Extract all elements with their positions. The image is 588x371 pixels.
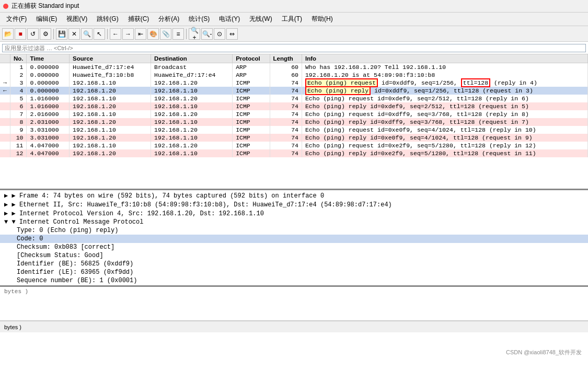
packet-table: No. Time Source Destination Protocol Len…	[0, 54, 588, 157]
table-row[interactable]: ←40.000000192.168.1.20192.168.1.10ICMP74…	[0, 87, 588, 95]
row-no: 2	[10, 71, 27, 79]
row-dst: 192.168.1.10	[151, 102, 233, 110]
row-time: 0.000000	[27, 63, 70, 72]
table-row[interactable]: 103.031000192.168.1.20192.168.1.10ICMP74…	[0, 134, 588, 142]
toolbar-back[interactable]: ←	[110, 28, 121, 40]
table-row[interactable]: 51.016000192.168.1.10192.168.1.20ICMP74E…	[0, 95, 588, 102]
detail-row[interactable]: [Checksum Status: Good]	[0, 251, 588, 260]
menu-item[interactable]: 分析(A)	[154, 14, 183, 25]
menu-item[interactable]: 帮助(H)	[307, 14, 337, 25]
row-no: 10	[10, 134, 27, 142]
row-proto: ARP	[233, 71, 270, 79]
menu-item[interactable]: 捕获(C)	[124, 14, 154, 25]
toolbar-restart[interactable]: ↺	[27, 28, 39, 40]
menu-item[interactable]: 无线(W)	[245, 14, 276, 25]
menu-item[interactable]: 编辑(E)	[32, 14, 61, 25]
table-row[interactable]: 10.000000HuaweiTe_d7:17:e4BroadcastARP60…	[0, 63, 588, 72]
row-len: 74	[270, 102, 302, 110]
detail-row[interactable]: Sequence number (BE): 1 (0x0001)	[0, 276, 588, 285]
menu-item[interactable]: 文件(F)	[2, 14, 31, 25]
toolbar-options[interactable]: ⚙	[40, 28, 51, 40]
row-info: Echo (ping) reply id=0xe2f9, seq=5/1280,…	[302, 149, 587, 157]
packet-list[interactable]: No. Time Source Destination Protocol Len…	[0, 54, 588, 190]
row-dst: 192.168.1.10	[151, 134, 233, 142]
table-row[interactable]: →30.000000192.168.1.10192.168.1.20ICMP74…	[0, 79, 588, 87]
menu-item[interactable]: 跳转(G)	[93, 14, 122, 25]
row-arrow	[0, 102, 10, 110]
toolbar-save[interactable]: 💾	[56, 28, 67, 40]
row-src: 192.168.1.20	[70, 87, 151, 95]
row-arrow	[0, 110, 10, 118]
toolbar-zoomout[interactable]: 🔍-	[201, 28, 213, 40]
row-arrow: ←	[0, 87, 10, 95]
toolbar-attach[interactable]: 📎	[160, 28, 171, 40]
row-arrow	[0, 118, 10, 126]
table-row[interactable]: 61.016000192.168.1.20192.168.1.10ICMP74E…	[0, 102, 588, 110]
row-no: 12	[10, 149, 27, 157]
table-row[interactable]: 82.031000192.168.1.20192.168.1.10ICMP74E…	[0, 118, 588, 126]
toolbar-zoomin[interactable]: 🔍+	[189, 28, 200, 40]
detail-row[interactable]: Type: 0 (Echo (ping) reply)	[0, 226, 588, 235]
detail-row[interactable]: ▶ Frame 4: 74 bytes on wire (592 bits), …	[0, 191, 588, 200]
detail-row[interactable]: Checksum: 0xb083 [correct]	[0, 243, 588, 251]
detail-row[interactable]: Identifier (BE): 56825 (0xddf9)	[0, 260, 588, 268]
table-row[interactable]: 72.016000192.168.1.10192.168.1.20ICMP74E…	[0, 110, 588, 118]
row-src: 192.168.1.10	[70, 126, 151, 134]
row-proto: ICMP	[233, 134, 270, 142]
table-row[interactable]: 93.031000192.168.1.10192.168.1.20ICMP74E…	[0, 126, 588, 134]
table-row[interactable]: 20.000000HuaweiTe_f3:10:b8HuaweiTe_d7:17…	[0, 71, 588, 79]
row-len: 74	[270, 142, 302, 149]
row-time: 2.031000	[27, 118, 70, 126]
row-dst: 192.168.1.20	[151, 79, 233, 87]
row-dst: 192.168.1.20	[151, 95, 233, 102]
row-info: Echo (ping) request id=0xe0f9, seq=4/102…	[302, 126, 587, 134]
hex-dump: bytes )	[0, 287, 588, 321]
row-proto: ICMP	[233, 149, 270, 157]
row-time: 0.000000	[27, 79, 70, 87]
row-time: 4.047000	[27, 149, 70, 157]
row-time: 4.047000	[27, 142, 70, 149]
detail-row[interactable]: ▶ Internet Protocol Version 4, Src: 192.…	[0, 209, 588, 218]
row-time: 0.000000	[27, 71, 70, 79]
menu-item[interactable]: 视图(V)	[62, 14, 91, 25]
table-row[interactable]: 124.047000192.168.1.20192.168.1.10ICMP74…	[0, 149, 588, 157]
col-source: Source	[70, 54, 151, 63]
row-len: 74	[270, 87, 302, 95]
row-time: 1.016000	[27, 102, 70, 110]
detail-row[interactable]: ▼ Internet Control Message Protocol	[0, 218, 588, 226]
row-len: 74	[270, 149, 302, 157]
row-src: 192.168.1.10	[70, 95, 151, 102]
menu-item[interactable]: 统计(S)	[185, 14, 214, 25]
toolbar-zoomreset[interactable]: ⊙	[214, 28, 225, 40]
toolbar-open[interactable]: 📂	[2, 28, 14, 40]
toolbar-find[interactable]: 🔍	[81, 28, 93, 40]
detail-row[interactable]: Identifier (LE): 63965 (0xf9dd)	[0, 268, 588, 276]
row-info: Echo (ping) request id=0xdef9, seq=2/512…	[302, 95, 587, 102]
toolbar-fwd[interactable]: →	[122, 28, 134, 40]
toolbar-close[interactable]: ✕	[68, 28, 80, 40]
toolbar-stop[interactable]: ■	[15, 28, 26, 40]
row-info: Echo (ping) reply id=0xdef9, seq=2/512, …	[302, 102, 587, 110]
row-time: 3.031000	[27, 126, 70, 134]
toolbar-colorize[interactable]: 🎨	[147, 28, 159, 40]
row-info: Echo (ping) reply id=0xdff9, seq=3/768, …	[302, 118, 587, 126]
detail-row[interactable]: ▶ Ethernet II, Src: HuaweiTe_f3:10:b8 (5…	[0, 200, 588, 209]
toolbar-list[interactable]: ≡	[172, 28, 184, 40]
sep2	[107, 29, 108, 39]
watermark: CSDN @xiaoli8748_软件开发	[506, 349, 582, 356]
status-bar: bytes )	[0, 321, 588, 332]
toolbar-cursor[interactable]: ↖	[94, 28, 105, 40]
toolbar-jump[interactable]: ⇤	[135, 28, 146, 40]
table-row[interactable]: 114.047000192.168.1.10192.168.1.20ICMP74…	[0, 142, 588, 149]
detail-row[interactable]: Code: 0	[0, 235, 588, 243]
row-info: Echo (ping) request id=0xdff9, seq=3/768…	[302, 110, 587, 118]
row-dst: 192.168.1.20	[151, 126, 233, 134]
menu-item[interactable]: 工具(T)	[278, 14, 306, 25]
toolbar-resize[interactable]: ⇔	[226, 28, 238, 40]
menu-item[interactable]: 电话(Y)	[215, 14, 244, 25]
row-src: 192.168.1.10	[70, 110, 151, 118]
status-left: bytes )	[4, 324, 21, 330]
packet-details[interactable]: ▶ Frame 4: 74 bytes on wire (592 bits), …	[0, 190, 588, 287]
filter-input[interactable]	[2, 44, 586, 52]
row-info: Echo (ping) reply id=0xddf9, seq=1/256, …	[302, 87, 587, 95]
